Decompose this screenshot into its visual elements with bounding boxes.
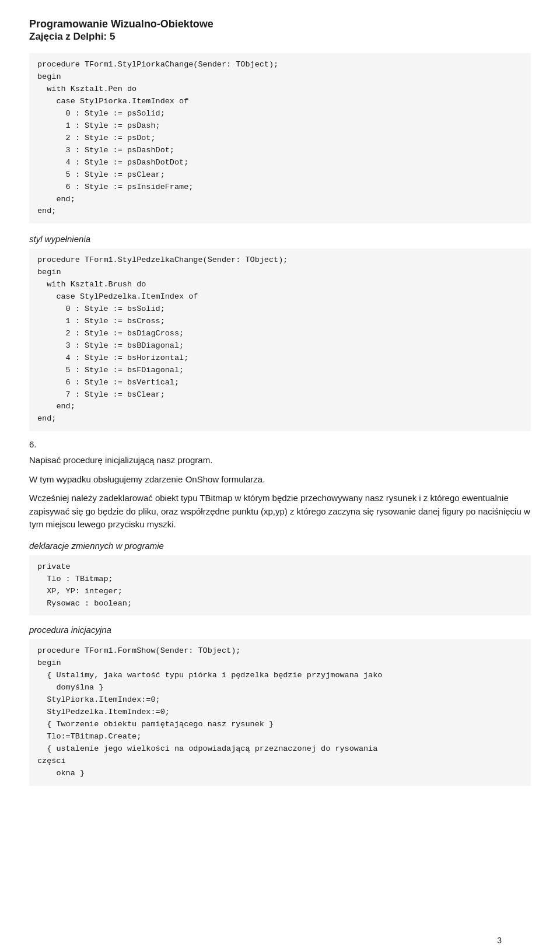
styl-piorka-code: procedure TForm1.StylPiorkaChange(Sender…: [29, 53, 531, 223]
procedura-code: procedure TForm1.FormShow(Sender: TObjec…: [29, 639, 531, 785]
item-6-text3-part1: Wcześniej należy zadeklarować obiekt typ…: [29, 493, 200, 503]
deklaracje-heading: deklaracje zmiennych w programie: [29, 541, 531, 551]
item-6-text2-part2: formularza.: [219, 474, 265, 484]
styl-wypelnienia-heading: styl wypełnienia: [29, 234, 531, 244]
item-6-number: 6.: [29, 439, 531, 449]
page-subtitle: Zajęcia z Delphi: 5: [29, 31, 531, 43]
page-title: Programowanie Wizualno-Obiektowe: [29, 18, 531, 31]
item-6-text2: W tym wypadku obsługujemy zdarzenie OnSh…: [29, 473, 531, 487]
item-6-text3: Wcześniej należy zadeklarować obiekt typ…: [29, 492, 531, 531]
page-number: 3: [497, 936, 502, 945]
styl-pedzelka-code: procedure TForm1.StylPedzelkaChange(Send…: [29, 249, 531, 431]
item-6-text2-part1: W tym wypadku obsługujemy zdarzenie: [29, 474, 186, 484]
item-6-text2-italic: OnShow: [186, 474, 219, 484]
item-6-label: 6.: [29, 439, 37, 449]
item-6-text3-bold: TBitmap: [200, 493, 232, 503]
item-6-text1: Napisać procedurę inicjalizującą nasz pr…: [29, 454, 531, 467]
deklaracje-code: private Tlo : TBitmap; XP, YP: integer; …: [29, 555, 531, 616]
page-header: Programowanie Wizualno-Obiektowe Zajęcia…: [29, 18, 531, 43]
procedura-heading: procedura inicjacyjna: [29, 625, 531, 635]
